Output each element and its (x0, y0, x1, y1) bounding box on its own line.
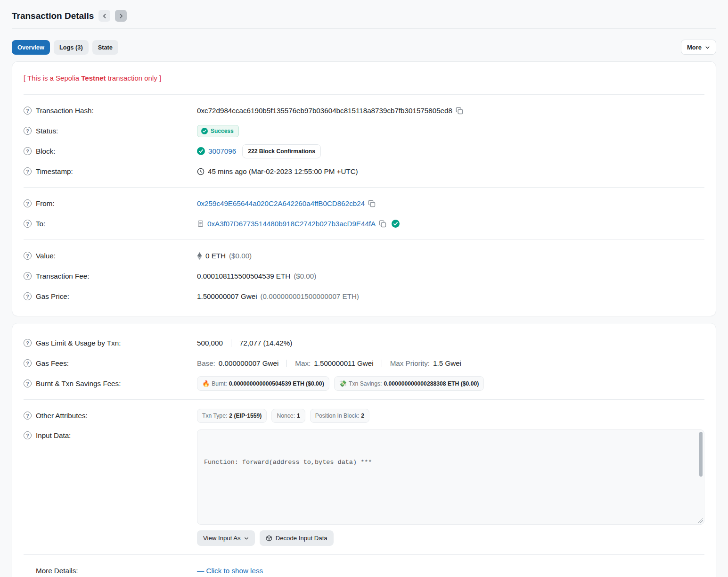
row-label: Burnt & Txn Savings Fees: (36, 379, 121, 387)
nonce-value: 1 (297, 412, 300, 419)
more-button[interactable]: More (681, 40, 716, 55)
testnet-warning: [ This is a Sepolia Testnet transaction … (24, 71, 704, 89)
txn-type-value: 2 (EIP-1559) (229, 412, 262, 419)
position-in-block-badge: Position In Block: 2 (310, 409, 369, 423)
chevron-down-icon (705, 45, 710, 50)
gas-price-row: ?Gas Price: 1.500000007 Gwei (0.00000000… (24, 286, 704, 306)
base-fee-label: Base: (197, 359, 215, 367)
position-label: Position In Block: (315, 412, 359, 419)
transaction-fee-row: ?Transaction Fee: 0.000108115500504539 E… (24, 266, 704, 286)
verified-check-icon (392, 220, 400, 228)
position-value: 2 (361, 412, 364, 419)
copy-transaction-hash-button[interactable] (456, 107, 463, 115)
check-circle-icon (201, 128, 208, 134)
help-icon: ? (24, 379, 32, 387)
help-icon: ? (24, 107, 32, 115)
previous-transaction-button[interactable] (98, 10, 110, 22)
contract-file-icon (197, 220, 204, 227)
timestamp-value: 45 mins ago (Mar-02-2023 12:55:00 PM +UT… (208, 167, 358, 175)
help-icon: ? (24, 292, 32, 300)
row-label: Transaction Hash: (36, 107, 94, 115)
divider (231, 339, 231, 347)
help-icon: ? (24, 199, 32, 207)
burnt-value: 0.000000000000504539 ETH ($0.00) (229, 380, 324, 387)
row-label: From: (36, 199, 55, 207)
to-address-link[interactable]: 0xA3f07D6773514480b918C2742b027b3acD9E44… (207, 220, 376, 228)
copy-icon (456, 107, 463, 115)
gas-price-amount: 1.500000007 Gwei (197, 292, 257, 300)
chevron-down-icon (244, 536, 249, 541)
value-amount: 0 ETH (205, 252, 226, 260)
more-details-row: More Details: — Click to show less (24, 561, 704, 577)
gas-price-eth: (0.000000001500000007 ETH) (261, 292, 359, 300)
tab-logs[interactable]: Logs (3) (54, 40, 89, 55)
help-icon: ? (24, 412, 32, 420)
base-fee-value: 0.000000007 Gwei (219, 359, 279, 367)
transaction-hash-row: ?Transaction Hash: 0xc72d984ccac6190b5f1… (24, 100, 704, 121)
status-row: ?Status: Success (24, 121, 704, 141)
max-priority-fee-value: 1.5 Gwei (433, 359, 461, 367)
help-icon: ? (24, 220, 32, 228)
money-wings-icon: 💸 (339, 380, 347, 387)
copy-to-address-button[interactable] (379, 220, 386, 228)
fire-icon: 🔥 (202, 380, 210, 387)
timestamp-row: ?Timestamp: 45 mins ago (Mar-02-2023 12:… (24, 161, 704, 181)
txn-type-label: Txn Type: (202, 412, 227, 419)
value-row: ?Value: 0 ETH ($0.00) (24, 246, 704, 266)
burnt-label: Burnt: (212, 380, 227, 387)
cube-icon (266, 535, 272, 542)
copy-icon (368, 200, 376, 207)
help-icon: ? (24, 252, 32, 260)
show-less-toggle-link[interactable]: — Click to show less (197, 567, 263, 575)
status-badge-label: Success (211, 128, 234, 134)
txn-type-badge: Txn Type: 2 (EIP-1559) (197, 409, 267, 423)
input-data-scrollbar[interactable] (699, 432, 703, 477)
burnt-fee-badge: 🔥 Burnt: 0.000000000000504539 ETH ($0.00… (197, 376, 329, 391)
from-address-link[interactable]: 0x259c49E65644a020C2A642260a4ffB0CD862cb… (197, 199, 365, 207)
input-data-line: Function: forward(address to,bytes data)… (204, 457, 693, 468)
row-label: Other Attributes: (36, 412, 88, 420)
input-data-textarea[interactable]: Function: forward(address to,bytes data)… (197, 429, 704, 525)
check-circle-icon (197, 147, 205, 155)
row-label: More Details: (36, 567, 78, 575)
value-usd: ($0.00) (229, 252, 252, 260)
row-label: Value: (36, 252, 56, 260)
row-label: Gas Price: (36, 292, 69, 300)
row-label: Gas Fees: (36, 359, 69, 367)
view-input-as-button[interactable]: View Input As (197, 530, 255, 546)
chevron-right-icon (118, 13, 124, 19)
more-button-label: More (687, 44, 702, 51)
from-row: ?From: 0x259c49E65644a020C2A642260a4ffB0… (24, 193, 704, 214)
block-number-link[interactable]: 3007096 (208, 147, 236, 155)
resize-grip[interactable] (698, 518, 703, 523)
transaction-fee-amount: 0.000108115500504539 ETH (197, 272, 290, 280)
txn-savings-value: 0.000000000000288308 ETH ($0.00) (384, 380, 479, 387)
next-transaction-button[interactable] (115, 10, 127, 22)
copy-from-address-button[interactable] (368, 200, 376, 207)
page-header: Transaction Details (12, 0, 716, 28)
help-icon: ? (24, 167, 32, 175)
row-label: Transaction Fee: (36, 272, 89, 280)
gas-fees-row: ?Gas Fees: Base: 0.000000007 Gwei Max: 1… (24, 353, 704, 373)
chevron-left-icon (102, 13, 107, 19)
row-label: To: (36, 220, 45, 228)
tab-overview[interactable]: Overview (12, 40, 50, 55)
transaction-summary-card: [ This is a Sepolia Testnet transaction … (12, 61, 716, 316)
row-label: Block: (36, 147, 55, 155)
gas-limit-usage-row: ?Gas Limit & Usage by Txn: 500,000 72,07… (24, 333, 704, 353)
input-data-line (204, 491, 693, 502)
decode-input-data-label: Decode Input Data (276, 535, 327, 542)
help-icon: ? (24, 359, 32, 367)
tab-bar: Overview Logs (3) State More (12, 29, 716, 61)
divider (382, 360, 382, 367)
decode-input-data-button[interactable]: Decode Input Data (260, 530, 334, 546)
max-fee-value: 1.500000011 Gwei (314, 359, 373, 367)
view-input-as-label: View Input As (203, 535, 241, 542)
tab-state[interactable]: State (92, 40, 118, 55)
transaction-details-page: Transaction Details Overview Logs (3) St… (0, 0, 728, 577)
input-data-row: ?Input Data: Function: forward(address t… (24, 426, 704, 546)
transaction-fee-usd: ($0.00) (294, 272, 316, 280)
help-icon: ? (24, 127, 32, 135)
nonce-badge: Nonce: 1 (271, 409, 305, 423)
divider (286, 360, 287, 367)
